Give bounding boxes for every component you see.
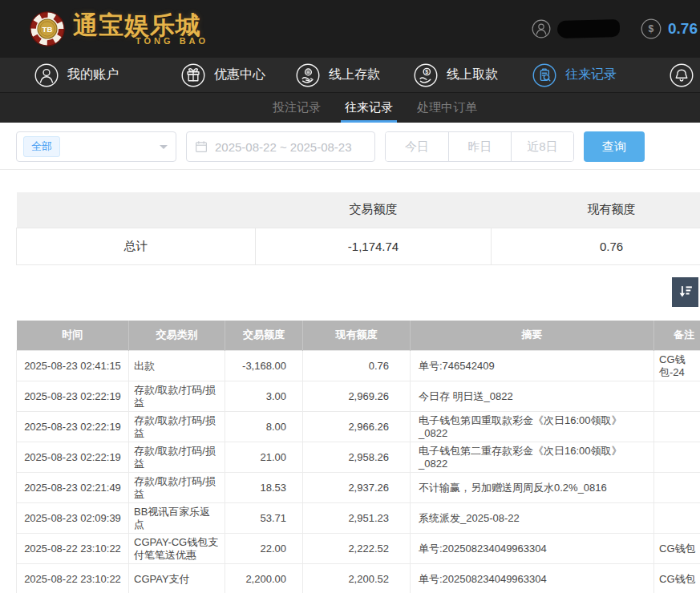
deposit-hand-coin-icon (296, 63, 320, 87)
chevron-down-icon (160, 145, 168, 153)
nav-item-announcements[interactable]: 信息公告 (670, 63, 700, 87)
site-title: 通宝娱乐城 (73, 12, 208, 39)
cell-time: 2025-08-22 23:10:22 (17, 564, 129, 593)
cell-type: BB视讯百家乐返点 (129, 503, 225, 534)
cell-time: 2025-08-22 23:10:22 (17, 534, 129, 564)
gift-circle-icon (181, 63, 205, 87)
user-circle-icon (34, 63, 59, 87)
query-button[interactable]: 查询 (584, 131, 645, 162)
cell-time: 2025-08-23 02:09:39 (17, 503, 129, 534)
summary-table: 交易额度 现有额度 总计 -1,174.74 0.76 (16, 192, 700, 265)
quick-range-group: 今日 昨日 近8日 (385, 131, 574, 162)
cell-summary: 系统派发_2025-08-22 (411, 503, 654, 534)
table-row: 2025-08-23 02:21:49 存款/取款/打码/损益 18.53 2,… (17, 473, 700, 503)
cell-balance: 2,958.26 (303, 442, 411, 473)
user-icon (532, 19, 551, 38)
tab-processing-orders[interactable]: 处理中订单 (417, 93, 477, 123)
summary-total-transaction: -1,174.74 (256, 228, 492, 264)
table-row: 2025-08-23 02:41:15 出款 -3,168.00 0.76 单号… (17, 351, 700, 381)
cell-time: 2025-08-23 02:22:19 (17, 442, 129, 473)
selected-type-tag: 全部 (23, 136, 60, 157)
cell-summary: 单号:202508234049963304 (411, 564, 654, 593)
withdraw-hand-dollar-icon: $ (414, 63, 438, 87)
col-header-amount: 交易额度 (225, 321, 303, 351)
tab-betting-records[interactable]: 投注记录 (273, 93, 321, 123)
balance-amount: 0.76 (668, 20, 698, 38)
cell-balance: 2,951.23 (303, 503, 411, 534)
summary-header-balance: 现有额度 (492, 192, 700, 228)
records-header-row: 时间 交易类别 交易额度 现有额度 摘要 备注 (17, 321, 700, 351)
date-range-value: 2025-08-22 ~ 2025-08-23 (215, 140, 352, 154)
cell-amount: 18.53 (225, 473, 303, 503)
cell-summary: 单号:202508234049963304 (411, 534, 654, 564)
sort-row (0, 277, 700, 307)
tab-label: 处理中订单 (417, 100, 477, 114)
cell-summary: 今日存 明日送_0822 (411, 381, 654, 412)
cell-remark: CG钱包 (654, 564, 700, 593)
cell-amount: 53.71 (225, 503, 303, 534)
cell-balance: 2,200.52 (303, 564, 411, 593)
main-nav: 我的账户 优惠中心 线上存款 (0, 58, 700, 92)
last-8-days-button[interactable]: 近8日 (511, 132, 573, 161)
col-header-remark: 备注 (654, 321, 700, 351)
yesterday-button[interactable]: 昨日 (448, 132, 511, 161)
records-clipboard-search-icon (532, 63, 556, 87)
summary-total-label: 总计 (17, 228, 256, 264)
cell-time: 2025-08-23 02:21:49 (17, 473, 129, 503)
cell-time: 2025-08-23 02:22:19 (17, 412, 129, 442)
redacted-username (557, 19, 621, 38)
tab-label: 往来记录 (345, 100, 393, 114)
nav-label: 优惠中心 (214, 67, 265, 83)
nav-item-online-withdrawal[interactable]: $ 线上取款 (414, 63, 498, 87)
cell-summary: 电子钱包第四重取款彩金《次日16:00领取》_0822 (411, 412, 654, 442)
cell-remark: CG钱包 (654, 534, 700, 564)
cell-amount: 21.00 (225, 442, 303, 473)
cell-balance: 2,966.26 (303, 412, 411, 442)
logo[interactable]: TB 通宝娱乐城 TONG BAO (29, 10, 208, 47)
nav-item-online-deposit[interactable]: 线上存款 (296, 63, 380, 87)
cell-type: 存款/取款/打码/损益 (129, 442, 225, 473)
cell-amount: -3,168.00 (225, 351, 303, 381)
cell-balance: 0.76 (303, 351, 411, 381)
cell-summary: 单号:746542409 (411, 351, 654, 381)
nav-label: 线上存款 (329, 67, 380, 83)
cell-balance: 2,937.26 (303, 473, 411, 503)
top-header: TB 通宝娱乐城 TONG BAO $ 0.76 R (0, 0, 700, 58)
casino-chip-icon: TB (29, 10, 66, 47)
cell-amount: 3.00 (225, 381, 303, 412)
filter-bar: 全部 2025-08-22 ~ 2025-08-23 今日 昨日 近8日 查询 (0, 123, 700, 170)
type-filter-select[interactable]: 全部 (16, 131, 176, 162)
nav-item-my-account[interactable]: 我的账户 (34, 63, 119, 87)
nav-label: 往来记录 (565, 67, 617, 83)
summary-header-empty (17, 192, 256, 228)
table-row: 2025-08-22 23:10:22 CGPAY-CG钱包支付笔笔送优惠 22… (17, 534, 700, 564)
nav-item-transaction-records[interactable]: 往来记录 (532, 63, 617, 87)
table-row: 2025-08-23 02:22:19 存款/取款/打码/损益 21.00 2,… (17, 442, 700, 473)
svg-text:$: $ (649, 23, 654, 34)
summary-total-balance: 0.76 (492, 228, 700, 264)
cell-type: 出款 (129, 351, 225, 381)
date-range-input[interactable]: 2025-08-22 ~ 2025-08-23 (186, 131, 375, 162)
col-header-time: 时间 (17, 321, 129, 351)
nav-label: 线上取款 (447, 67, 498, 83)
cell-summary: 不计输赢，另加赠送周周反水0.2%_0816 (411, 473, 654, 503)
chip-label: TB (42, 25, 53, 34)
cell-remark (654, 442, 700, 473)
summary-header-transaction: 交易额度 (256, 192, 492, 228)
cell-type: CGPAY-CG钱包支付笔笔送优惠 (129, 534, 225, 564)
today-button[interactable]: 今日 (386, 132, 448, 161)
cell-remark (654, 381, 700, 412)
cell-amount: 22.00 (225, 534, 303, 564)
sort-button[interactable] (672, 277, 698, 307)
record-tabs: 投注记录 往来记录 处理中订单 (0, 92, 700, 123)
cell-time: 2025-08-23 02:22:19 (17, 381, 129, 412)
tab-transaction-records[interactable]: 往来记录 (345, 93, 393, 123)
col-header-balance: 现有额度 (303, 321, 411, 351)
cell-remark: CG钱包-24 (654, 351, 700, 381)
nav-item-promotions[interactable]: 优惠中心 (181, 63, 265, 87)
site-subtitle: TONG BAO (136, 36, 208, 46)
table-row: 2025-08-23 02:22:19 存款/取款/打码/损益 3.00 2,9… (17, 381, 700, 412)
cell-amount: 8.00 (225, 412, 303, 442)
calendar-icon (195, 140, 208, 153)
col-header-type: 交易类别 (129, 321, 225, 351)
